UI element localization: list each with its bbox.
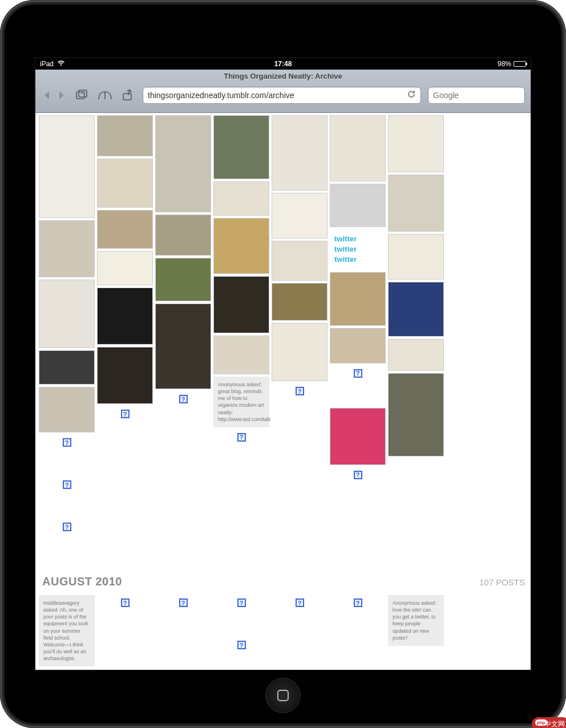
svg-rect-3 [123, 94, 131, 100]
archive-column: Anonymous asked: great blog, reminds me … [213, 115, 269, 559]
post-thumbnail-broken[interactable]: ? [213, 595, 269, 635]
archive-column: ? [330, 595, 386, 670]
post-thumbnail[interactable] [39, 280, 95, 348]
home-button[interactable] [265, 678, 301, 713]
search-bar[interactable] [428, 87, 525, 104]
broken-image-icon: ? [121, 598, 130, 607]
archive-column: twittertwittertwitter?? [330, 115, 386, 559]
battery-icon [514, 61, 526, 67]
post-thumbnail[interactable] [272, 283, 328, 321]
post-thumbnail[interactable] [39, 220, 95, 277]
post-thumbnail[interactable] [97, 347, 153, 404]
search-input[interactable] [433, 91, 532, 100]
post-thumbnail-broken[interactable]: ? [39, 519, 95, 559]
post-thumbnail[interactable] [39, 387, 95, 432]
broken-image-icon: ? [121, 410, 130, 418]
post-thumbnail[interactable] [272, 115, 328, 191]
text-post[interactable]: Anonymous asked: love the site! can you … [388, 595, 444, 646]
broken-image-icon: ? [63, 480, 71, 489]
post-thumbnail-broken[interactable]: ? [155, 595, 211, 635]
post-thumbnail-broken[interactable]: ? [155, 391, 211, 431]
post-thumbnail[interactable] [155, 304, 211, 389]
post-thumbnail-broken[interactable]: ? [272, 383, 328, 423]
post-thumbnail-broken[interactable]: ? [213, 430, 269, 470]
post-thumbnail-broken[interactable]: ? [97, 406, 153, 446]
archive-column [388, 115, 444, 559]
post-count: 107 POSTS [479, 577, 525, 587]
post-thumbnail[interactable] [155, 258, 211, 301]
broken-image-icon: ? [237, 433, 246, 442]
text-post[interactable]: Anonymous asked: great blog, reminds me … [213, 377, 269, 427]
post-thumbnail[interactable] [388, 115, 444, 172]
broken-image-icon: ? [296, 387, 304, 395]
post-thumbnail-broken[interactable]: ? [330, 467, 386, 507]
broken-image-icon: ? [354, 471, 362, 479]
watermark: 中文网 [532, 717, 566, 728]
post-thumbnail[interactable] [39, 115, 95, 218]
post-thumbnail[interactable] [330, 328, 386, 363]
post-thumbnail[interactable] [330, 184, 386, 227]
bookmarks-button[interactable] [97, 88, 113, 102]
post-thumbnail[interactable] [272, 241, 328, 281]
post-thumbnail[interactable] [97, 159, 153, 208]
broken-image-icon: ? [179, 598, 188, 607]
text-post[interactable]: twittertwittertwitter [330, 229, 386, 270]
wifi-icon [57, 60, 65, 68]
archive-column: ??? [39, 115, 95, 559]
post-thumbnail[interactable] [330, 115, 386, 181]
archive-column: ? [97, 115, 153, 559]
post-thumbnail[interactable] [388, 234, 444, 280]
url-input[interactable] [148, 91, 402, 100]
broken-image-icon: ? [296, 598, 304, 607]
status-bar: iPad 17:48 98% [35, 58, 531, 70]
post-thumbnail[interactable] [330, 272, 386, 326]
reload-icon[interactable] [407, 90, 416, 101]
post-thumbnail-broken[interactable]: ? [330, 595, 386, 635]
pages-button[interactable]: 4 [74, 88, 90, 102]
post-thumbnail-broken[interactable]: ? [39, 477, 95, 517]
post-thumbnail[interactable] [213, 276, 269, 333]
browser-toolbar: Things Organized Neatly: Archive 4 [35, 70, 531, 113]
ipad-frame: iPad 17:48 98% Things Organized Neatly: … [0, 0, 566, 728]
post-thumbnail[interactable] [388, 175, 444, 232]
post-thumbnail-broken[interactable]: ? [330, 366, 386, 406]
address-bar[interactable] [143, 87, 421, 104]
post-thumbnail[interactable] [97, 210, 153, 249]
post-thumbnail-broken[interactable]: ? [97, 595, 153, 635]
post-thumbnail-broken[interactable]: ? [213, 637, 269, 670]
share-button[interactable] [120, 88, 136, 102]
broken-image-icon: ? [354, 598, 362, 607]
broken-image-icon: ? [63, 438, 71, 447]
post-thumbnail[interactable] [97, 115, 153, 156]
post-thumbnail[interactable] [213, 218, 269, 274]
post-thumbnail[interactable] [97, 251, 153, 285]
device-label: iPad [40, 60, 54, 68]
screen: iPad 17:48 98% Things Organized Neatly: … [34, 57, 532, 671]
post-thumbnail[interactable] [155, 115, 211, 212]
post-thumbnail[interactable] [272, 193, 328, 238]
post-thumbnail[interactable] [39, 350, 95, 385]
pages-count: 4 [74, 90, 90, 95]
broken-image-icon: ? [237, 598, 246, 607]
broken-image-icon: ? [354, 369, 362, 378]
post-thumbnail[interactable] [388, 339, 444, 371]
page-content[interactable]: ?????Anonymous asked: great blog, remind… [35, 113, 531, 670]
back-button[interactable] [41, 89, 54, 102]
archive-grid-top: ?????Anonymous asked: great blog, remind… [39, 115, 528, 559]
archive-column: ? [155, 115, 211, 559]
post-thumbnail[interactable] [213, 181, 269, 216]
forward-button[interactable] [55, 89, 67, 102]
post-thumbnail[interactable] [213, 115, 269, 179]
text-post[interactable]: middlesavagery asked: Ah, one of your po… [39, 595, 95, 666]
post-thumbnail[interactable] [388, 373, 444, 456]
post-thumbnail[interactable] [330, 408, 386, 465]
broken-image-icon: ? [63, 523, 71, 531]
post-thumbnail-broken[interactable]: ? [39, 435, 95, 475]
post-thumbnail-broken[interactable]: ? [272, 595, 328, 635]
post-thumbnail[interactable] [213, 335, 269, 374]
archive-column: ? [272, 115, 328, 559]
post-thumbnail[interactable] [155, 215, 211, 256]
post-thumbnail[interactable] [97, 288, 153, 345]
post-thumbnail[interactable] [272, 323, 328, 381]
post-thumbnail[interactable] [388, 282, 444, 337]
